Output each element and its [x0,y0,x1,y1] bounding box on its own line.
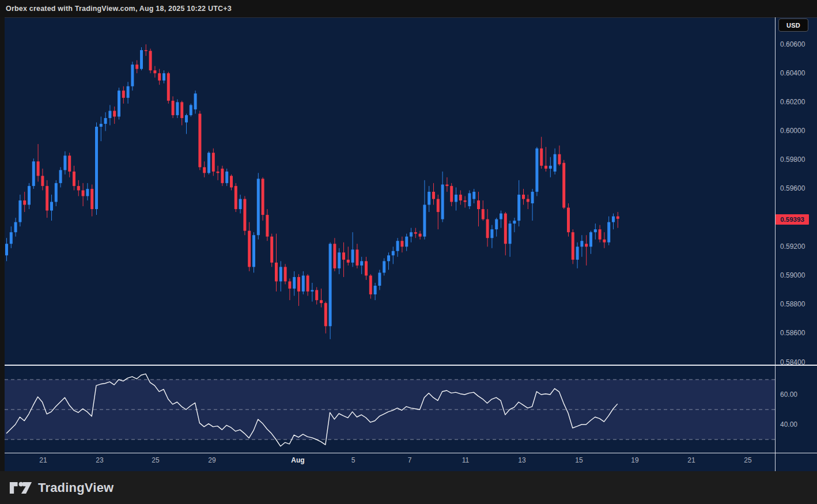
candle-up [279,267,282,281]
candle-up [441,184,444,219]
candle-up [387,255,390,261]
candle-up [28,186,31,205]
candle-down [567,208,570,233]
candle-up [55,183,58,202]
candle-down [149,51,152,70]
candle-down [544,166,547,169]
candle-down [414,232,417,234]
candle-down [180,102,183,118]
candle-up [311,290,313,292]
candle-down [297,277,300,291]
candle-down [158,73,161,81]
candle-down [234,186,237,209]
candle-up [194,93,197,109]
candle-down [221,169,224,183]
candle-up [140,50,143,69]
candle-up [549,166,552,169]
current-price-badge: 0.59393 [776,214,809,225]
chart-plot-area[interactable] [5,17,775,471]
candle-up [490,229,493,238]
tradingview-logo-icon [9,479,32,497]
candle-down [572,232,574,260]
candle-down [558,154,561,165]
candle-down [135,65,138,69]
candle-down [73,172,75,186]
candle-up [63,156,66,170]
candle-down [342,252,345,260]
candle-down [616,217,619,219]
candle-up [5,244,8,255]
currency-toggle-label: USD [786,22,800,29]
candle-up [108,111,111,118]
candle-down [486,219,489,238]
candle-up [190,105,192,115]
candle-down [437,199,440,212]
candle-down [153,70,156,73]
candle-up [374,286,377,294]
candle-up [207,153,210,173]
candle-up [554,154,557,172]
candle-down [482,209,485,219]
candle-up [423,205,426,237]
candle-down [464,200,467,202]
candle-down [445,184,448,186]
candle-down [172,101,175,115]
candle-down [527,199,529,202]
price-axis-label: 0.60600 [780,40,805,48]
time-axis[interactable]: 21232529Aug57111315192125 [5,454,775,471]
candle-down [540,149,543,166]
candle-up [360,261,363,266]
pane-separator-rsi[interactable] [5,365,817,366]
currency-toggle-button[interactable]: USD [778,18,808,32]
titlebar-divider [5,17,817,18]
footer-bar: TradingView [0,471,817,504]
candle-up [162,73,165,81]
price-axis-label: 0.59600 [780,184,805,192]
candle-down [243,199,246,230]
candle-down [90,189,93,209]
candle-down [248,231,251,267]
candle-down [347,260,350,263]
candle-down [307,275,309,291]
time-axis-label: 23 [96,456,103,464]
tradingview-logo[interactable]: TradingView [9,479,114,497]
chart-attribution-title: Orbex created with TradingView.com, Aug … [6,5,232,13]
candle-down [82,190,85,196]
time-axis-label: 15 [575,456,583,464]
candle-down [562,163,565,208]
candle-up [50,202,53,210]
candle-down [122,90,125,98]
candle-up [383,261,385,272]
time-axis-label: 11 [462,456,469,464]
candle-up [612,217,615,222]
candle-up [239,199,242,209]
candle-up [59,170,62,183]
candle-up [509,223,512,244]
chart-title-bar: Orbex created with TradingView.com, Aug … [0,0,817,17]
tradingview-logo-text: TradingView [38,480,114,495]
candle-up [118,90,120,116]
candle-up [18,200,21,222]
candle-down [419,234,422,237]
candle-up [127,86,130,98]
candle-up [86,189,89,196]
candle-up [500,214,502,219]
price-axis-label: 0.60000 [780,127,805,135]
price-axis-label: 0.59800 [780,156,805,164]
candle-up [329,244,332,326]
candle-down [230,176,233,187]
candle-up [468,193,471,206]
candle-down [365,261,368,275]
candle-down [333,244,336,268]
candle-down [369,275,372,294]
time-axis-label: 25 [744,456,751,464]
candle-up [185,115,188,123]
time-axis-label: 25 [152,456,159,464]
candle-down [145,50,147,51]
candle-down [603,240,606,242]
candle-up [131,65,134,86]
candle-up [10,232,13,244]
candle-down [522,195,525,199]
price-axis[interactable]: 0.606000.604000.602000.600000.598000.596… [776,17,817,453]
candle-down [167,73,170,101]
